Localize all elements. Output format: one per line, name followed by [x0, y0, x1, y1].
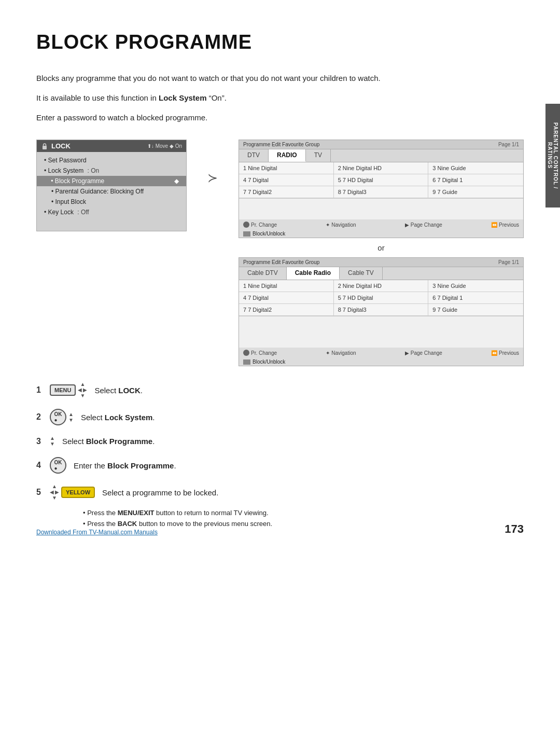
arrow-divider: ≻ [202, 140, 223, 185]
yellow-button[interactable]: YELLOW [61, 487, 95, 498]
up-arrow-icon: ▲ [80, 382, 85, 387]
side-label: PARENTAL CONTROL / RATINGS [545, 104, 560, 208]
step-2: 2 OK● ▲ ▼ Select Lock System. [36, 409, 524, 425]
lock-panel-body: • Set Password • Lock System : On • Bloc… [37, 152, 186, 231]
channel-cell[interactable]: 2 Nine Digital HD [334, 162, 429, 174]
channel-cell[interactable]: 7 7 Digital2 [239, 186, 334, 198]
step-4-buttons: OK● [50, 457, 66, 474]
step-2-number: 2 [36, 412, 43, 422]
nav-arrows-5: ▲ ◀ ▶ ▼ [50, 484, 59, 501]
channel-cell[interactable]: 5 7 HD Digital [334, 174, 429, 186]
page-title: BLOCK PROGRAMME [36, 31, 524, 53]
lock-menu-set-password: • Set Password [37, 155, 186, 165]
channel-cell[interactable]: 5 7 HD Digital [334, 292, 429, 304]
step-4-number: 4 [36, 461, 43, 470]
channel-cell[interactable]: 6 7 Digital 1 [428, 174, 523, 186]
menu-button[interactable]: MENU [50, 384, 76, 396]
channel-grid-top: 1 Nine Digital 2 Nine Digital HD 3 Nine … [239, 162, 523, 199]
channel-panel-bottom-header: Programme Edit Favourite Group Page 1/1 [239, 258, 523, 267]
lock-menu-parental-guidance: • Parental Guidance: Blocking Off [37, 186, 186, 197]
step-4: 4 OK● Enter the Block Programme. [36, 457, 524, 474]
page-number: 173 [505, 522, 524, 536]
step-3: 3 ▲ ▼ Select Block Programme. [36, 436, 524, 447]
footer-notes: • Press the MENU/EXIT button to return t… [36, 509, 524, 528]
navigation-item: ✦ Navigation [326, 222, 356, 228]
previous-item: ⏪ Previous [491, 222, 519, 228]
channel-cell[interactable]: 9 7 Guide [428, 186, 523, 198]
lock-icon [41, 143, 48, 150]
channel-cell[interactable]: 1 Nine Digital [239, 280, 334, 292]
right-arrow-icon: ▶ [83, 388, 87, 393]
page-change-item: ▶ Page Change [405, 222, 442, 228]
svg-rect-0 [43, 146, 47, 149]
step-1-text: Select LOCK. [94, 386, 143, 395]
description-2: It is available to use this function in … [36, 92, 524, 104]
step-1-buttons: MENU ▲ ◀ ▶ ▼ [50, 382, 87, 398]
tab-cable-dtv[interactable]: Cable DTV [239, 267, 287, 280]
lock-hint: ⬆↓ Move ◆ On [147, 143, 182, 149]
step-2-buttons: OK● ▲ ▼ [50, 409, 74, 425]
lock-menu-key-lock: • Key Lock : Off [37, 207, 186, 217]
left-arrow-icon: ◀ [50, 490, 54, 495]
channel-cell[interactable]: 4 7 Digital [239, 174, 334, 186]
channel-panel-top-header: Programme Edit Favourite Group Page 1/1 [239, 140, 523, 149]
left-arrow-icon: ◀ [78, 388, 82, 393]
channel-cell[interactable]: 3 Nine Guide [428, 280, 523, 292]
footer-note-2: • Press the BACK button to move to the p… [83, 520, 524, 528]
channel-cell[interactable]: 2 Nine Digital HD [334, 280, 429, 292]
previous-item: ⏪ Previous [491, 350, 519, 356]
description-1: Blocks any programme that you do not wan… [36, 72, 524, 85]
block-unblock-bar-top: Block/Unblock [239, 230, 523, 238]
step-5-text: Select a programme to be locked. [102, 488, 218, 497]
channel-cell[interactable]: 8 7 Digital3 [334, 304, 429, 316]
main-section: LOCK ⬆↓ Move ◆ On • Set Password • Lock … [36, 140, 524, 366]
lock-menu-lock-system: • Lock System : On [37, 165, 186, 176]
right-panels: Programme Edit Favourite Group Page 1/1 … [239, 140, 524, 366]
step-4-text: Enter the Block Programme. [74, 461, 176, 470]
pr-change-item: Pr. Change [243, 350, 277, 356]
ok-button-4[interactable]: OK● [50, 457, 66, 474]
channel-cell[interactable]: 7 7 Digital2 [239, 304, 334, 316]
step-3-text: Select Block Programme. [62, 437, 155, 446]
navigation-item: ✦ Navigation [326, 350, 356, 356]
down-arrow-icon: ▼ [50, 441, 55, 447]
up-arrow-icon: ▲ [68, 412, 74, 417]
page-change-item: ▶ Page Change [405, 350, 442, 356]
channel-footer-bottom: Pr. Change ✦ Navigation ▶ Page Change ⏪ … [239, 348, 523, 358]
channel-panel-bottom: Programme Edit Favourite Group Page 1/1 … [239, 257, 524, 366]
channel-cell[interactable]: 8 7 Digital3 [334, 186, 429, 198]
nav-arrows-3: ▲ ▼ [50, 436, 55, 447]
nav-arrows-2: ▲ ▼ [68, 412, 74, 423]
step-5-buttons: ▲ ◀ ▶ ▼ YELLOW [50, 484, 95, 501]
channel-cell[interactable]: 6 7 Digital 1 [428, 292, 523, 304]
step-5-number: 5 [36, 488, 43, 497]
nav-arrows-1: ▲ ◀ ▶ ▼ [78, 382, 87, 398]
description-3: Enter a password to watch a blocked prog… [36, 112, 524, 124]
or-divider: or [239, 243, 524, 252]
step-1-number: 1 [36, 385, 43, 395]
lock-menu-panel: LOCK ⬆↓ Move ◆ On • Set Password • Lock … [36, 140, 187, 231]
channel-cell[interactable]: 9 7 Guide [428, 304, 523, 316]
tab-dtv[interactable]: DTV [239, 149, 269, 162]
up-arrow-icon: ▲ [50, 436, 55, 441]
lock-menu-block-programme: • Block Programme ◆ [37, 176, 186, 186]
channel-cell[interactable]: 3 Nine Guide [428, 162, 523, 174]
block-unblock-bar-bottom: Block/Unblock [239, 358, 523, 366]
down-arrow-icon: ▼ [52, 495, 57, 501]
downloaded-from: Downloaded From TV-Manual.com Manuals [36, 529, 158, 536]
pr-change-item: Pr. Change [243, 222, 277, 228]
tab-cable-radio[interactable]: Cable Radio [287, 267, 340, 280]
channel-cell[interactable]: 1 Nine Digital [239, 162, 334, 174]
step-1: 1 MENU ▲ ◀ ▶ ▼ Select LOCK. [36, 382, 524, 398]
step-5: 5 ▲ ◀ ▶ ▼ YELLOW Select a programme to b… [36, 484, 524, 501]
footer-note-1: • Press the MENU/EXIT button to return t… [83, 509, 524, 517]
tab-tv[interactable]: TV [306, 149, 331, 162]
channel-cell[interactable]: 4 7 Digital [239, 292, 334, 304]
lock-menu-input-block: • Input Block [37, 197, 186, 207]
ok-button-2[interactable]: OK● [50, 409, 66, 425]
tab-cable-tv[interactable]: Cable TV [340, 267, 383, 280]
down-arrow-icon: ▼ [68, 418, 74, 423]
right-arrow-icon: ▶ [55, 490, 59, 495]
right-arrow-icon: ≻ [207, 171, 218, 185]
tab-radio[interactable]: RADIO [269, 149, 306, 162]
